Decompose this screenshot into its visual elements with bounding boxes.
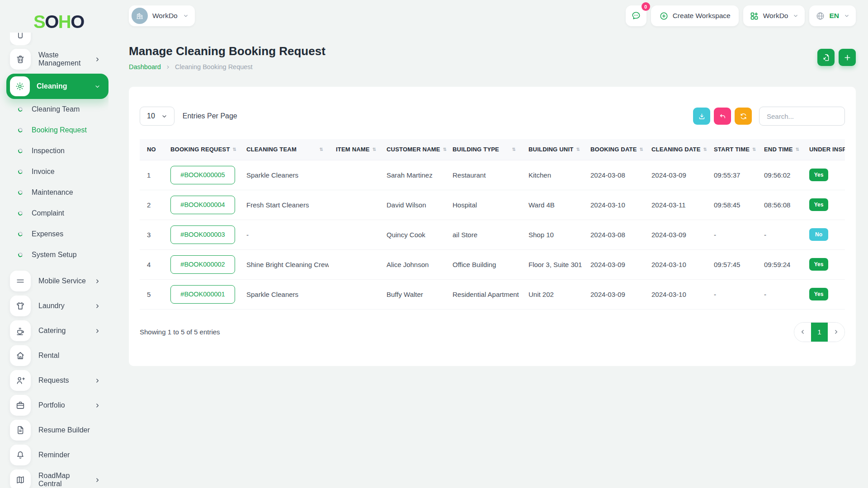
col-cleaning-date[interactable]: CLEANING DATE⇅ xyxy=(644,139,707,160)
sidebar-item-rental[interactable]: Rental xyxy=(10,345,108,366)
column-label: BOOKING REQUEST xyxy=(170,146,230,153)
prev-page-button[interactable] xyxy=(794,323,811,342)
sidebar-subitem-system-setup[interactable]: System Setup xyxy=(0,250,108,260)
sort-icon[interactable]: ⇅ xyxy=(796,147,800,152)
sidebar: SOHO Waste Management xyxy=(0,0,108,488)
table-row: 1 #BOOK000005 Sparkle Cleaners Sarah Mar… xyxy=(140,160,845,190)
create-workspace-button[interactable]: Create Workspace xyxy=(651,5,739,26)
sidebar-subitem-label: Complaint xyxy=(32,209,64,217)
booking-request-button[interactable]: #BOOK000002 xyxy=(170,255,235,274)
booking-request-button[interactable]: #BOOK000001 xyxy=(170,285,235,304)
search-input[interactable] xyxy=(759,107,845,126)
chevron-down-icon xyxy=(161,113,167,119)
column-label: END TIME xyxy=(764,146,793,153)
download-icon xyxy=(698,113,706,120)
apps-menu-label: WorkDo xyxy=(763,12,788,20)
language-selector[interactable]: EN xyxy=(809,5,856,26)
cell-no: 5 xyxy=(140,279,163,309)
sidebar-subitem-cleaning-team[interactable]: Cleaning Team xyxy=(0,104,108,114)
undo-icon xyxy=(719,113,726,120)
col-no[interactable]: NO xyxy=(140,139,163,160)
sidebar-item-resume-builder[interactable]: Resume Builder xyxy=(10,420,108,441)
booking-request-button[interactable]: #BOOK000003 xyxy=(170,225,235,244)
cell-cleaning-date: 2024-03-10 xyxy=(644,279,707,309)
briefcase-icon xyxy=(10,395,31,416)
sidebar-nav: Waste Management Cleaning Cleaning Team xyxy=(0,33,108,488)
sidebar-subitem-maintenance[interactable]: Maintenance xyxy=(0,188,108,197)
col-booking-date[interactable]: BOOKING DATE⇅ xyxy=(583,139,644,160)
refresh-button[interactable] xyxy=(735,108,752,125)
col-booking-request[interactable]: BOOKING REQUEST⇅ xyxy=(163,139,239,160)
workspace-selector[interactable]: WorkDo xyxy=(129,5,195,26)
entries-per-page-select[interactable]: 10 xyxy=(140,107,175,126)
chevron-right-icon xyxy=(94,328,100,334)
messages-button[interactable]: 0 xyxy=(626,5,646,26)
col-start-time[interactable]: START TIME⇅ xyxy=(707,139,757,160)
sidebar-subitem-complaint[interactable]: Complaint xyxy=(0,208,108,218)
col-building-type[interactable]: BUILDING TYPE⇅ xyxy=(445,139,521,160)
sidebar-item-clipped[interactable] xyxy=(10,33,108,45)
download-button[interactable] xyxy=(693,108,710,125)
sort-icon[interactable]: ⇅ xyxy=(443,147,447,152)
booking-request-button[interactable]: #BOOK000005 xyxy=(170,166,235,184)
col-cleaning-team[interactable]: CLEANING TEAM⇅ xyxy=(239,139,329,160)
cell-cleaning-team: Sparkle Cleaners xyxy=(239,279,329,309)
chat-icon xyxy=(631,10,642,21)
cell-end-time: 09:56:02 xyxy=(757,160,802,190)
sidebar-item-catering[interactable]: Catering xyxy=(10,320,108,341)
col-end-time[interactable]: END TIME⇅ xyxy=(757,139,802,160)
brand-logo[interactable]: SOHO xyxy=(0,0,108,32)
sort-icon[interactable]: ⇅ xyxy=(703,147,708,152)
booking-request-button[interactable]: #BOOK000004 xyxy=(170,196,235,214)
sort-icon[interactable]: ⇅ xyxy=(319,147,323,152)
sidebar-item-requests[interactable]: Requests xyxy=(10,370,108,391)
undo-button[interactable] xyxy=(714,108,731,125)
current-page[interactable]: 1 xyxy=(811,323,828,342)
sidebar-subitem-booking-request[interactable]: Booking Request xyxy=(0,125,108,135)
main-content: WorkDo 0 Create Workspace xyxy=(108,0,868,366)
cell-end-time: 09:59:24 xyxy=(757,249,802,279)
col-building-unit[interactable]: BUILDING UNIT⇅ xyxy=(521,139,583,160)
chevron-left-icon xyxy=(800,329,806,335)
sidebar-item-label: Reminder xyxy=(38,451,70,459)
add-booking-button[interactable] xyxy=(839,49,856,66)
sidebar-item-roadmap-central[interactable]: RoadMap Central xyxy=(10,469,108,488)
sidebar-item-label: RoadMap Central xyxy=(38,472,94,488)
chevron-right-icon xyxy=(94,278,100,284)
cell-building-unit: Ward 4B xyxy=(521,190,583,220)
sidebar-item-portfolio[interactable]: Portfolio xyxy=(10,395,108,416)
sidebar-item-laundry[interactable]: Laundry xyxy=(10,296,108,316)
sort-icon[interactable]: ⇅ xyxy=(576,147,580,152)
sort-icon[interactable]: ⇅ xyxy=(512,147,516,152)
column-label: BUILDING UNIT xyxy=(528,146,573,153)
next-page-button[interactable] xyxy=(828,323,844,342)
pagination: 1 xyxy=(794,322,845,342)
sort-icon[interactable]: ⇅ xyxy=(752,147,756,152)
sort-icon[interactable]: ⇅ xyxy=(233,147,237,152)
col-item-name[interactable]: ITEM NAME⇅ xyxy=(329,139,379,160)
col-under-inspection[interactable]: UNDER INSPECTION xyxy=(802,139,845,160)
breadcrumb: Dashboard Cleaning Booking Request xyxy=(129,63,326,70)
sidebar-subitem-inspection[interactable]: Inspection xyxy=(0,146,108,156)
sidebar-item-label: Resume Builder xyxy=(38,426,90,434)
sort-icon[interactable]: ⇅ xyxy=(640,147,644,152)
logo-letter: O xyxy=(45,12,58,32)
sidebar-item-waste-management[interactable]: Waste Management xyxy=(10,49,108,70)
col-customer-name[interactable]: CUSTOMER NAME⇅ xyxy=(379,139,445,160)
sidebar-item-mobile-service[interactable]: Mobile Service xyxy=(10,271,108,291)
apps-menu-button[interactable]: WorkDo xyxy=(743,5,805,26)
export-button[interactable] xyxy=(817,49,835,66)
bullet-icon xyxy=(18,127,23,133)
sidebar-item-cleaning[interactable]: Cleaning xyxy=(6,74,108,99)
chevron-right-icon xyxy=(94,56,100,62)
cell-cleaning-team: Fresh Start Cleaners xyxy=(239,190,329,220)
chevron-right-icon xyxy=(94,378,100,384)
table-container: NO BOOKING REQUEST⇅ CLEANING TEAM⇅ ITEM … xyxy=(140,139,845,310)
cell-cleaning-date: 2024-03-09 xyxy=(644,220,707,249)
sidebar-subitem-expenses[interactable]: Expenses xyxy=(0,229,108,239)
sidebar-item-reminder[interactable]: Reminder xyxy=(10,445,108,465)
breadcrumb-current: Cleaning Booking Request xyxy=(175,63,253,70)
sort-icon[interactable]: ⇅ xyxy=(373,147,377,152)
sidebar-subitem-invoice[interactable]: Invoice xyxy=(0,167,108,177)
breadcrumb-dashboard-link[interactable]: Dashboard xyxy=(129,63,161,70)
